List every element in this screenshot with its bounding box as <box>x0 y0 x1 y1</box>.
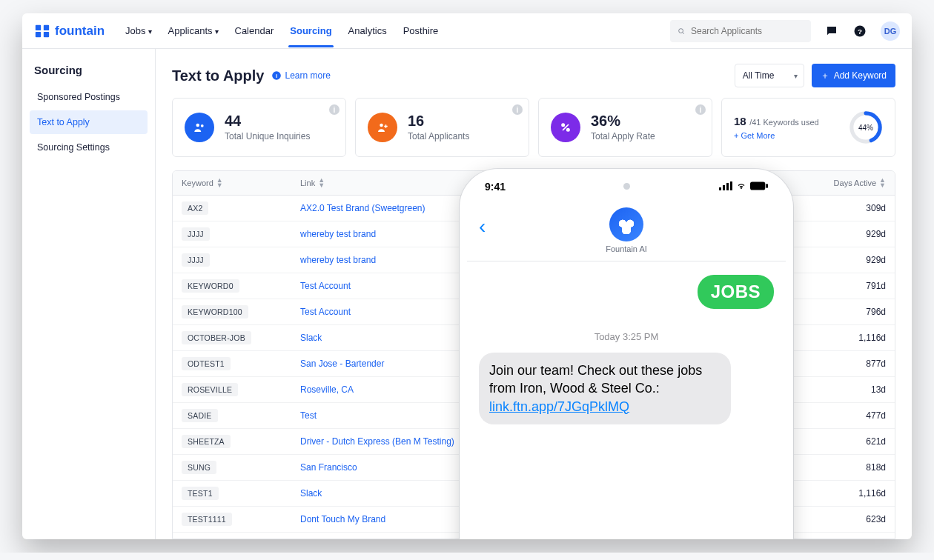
table-row[interactable]: TEST1Slack1,116d <box>173 481 895 507</box>
table-row[interactable]: ODTEST1San Jose - Bartender877d <box>173 351 895 377</box>
link-cell[interactable]: Slack <box>300 488 797 499</box>
user-avatar[interactable]: DG <box>881 21 900 41</box>
sort-icon: ▲▼ <box>216 178 223 188</box>
th-keyword[interactable]: Keyword▲▼ <box>173 171 291 195</box>
sort-icon: ▲▼ <box>318 178 325 188</box>
keyword-chip: OCTOBER-JOB <box>182 331 251 344</box>
keywords-donut: 44% <box>849 110 883 144</box>
sidebar-item-sponsored-postings[interactable]: Sponsored Postings <box>30 85 148 109</box>
search-input[interactable] <box>689 25 804 37</box>
days-cell: 796d <box>797 307 886 317</box>
metric-value: 44 <box>225 113 310 128</box>
table-row[interactable]: JJJJwhereby test brand929d <box>173 247 895 273</box>
days-cell: 1,116d <box>797 333 886 343</box>
keyword-chip: SUNG <box>182 461 216 474</box>
nav-jobs[interactable]: Jobs▾ <box>125 15 151 47</box>
table-row[interactable]: ROSEVILLERoseville, CA13d <box>173 377 895 403</box>
nav-analytics[interactable]: Analytics <box>348 15 387 47</box>
keywords-used-count: 18 <box>734 115 746 127</box>
nav-posthire[interactable]: Posthire <box>403 15 439 47</box>
table-row[interactable]: SADIETest477d <box>173 403 895 429</box>
link-cell[interactable]: Dont Touch My Brand <box>300 514 797 524</box>
metric-value: 16 <box>408 113 469 128</box>
percent-icon <box>551 113 580 142</box>
info-icon: i <box>271 70 282 81</box>
days-cell: 929d <box>797 229 886 239</box>
link-cell[interactable]: San Jose - Bartender <box>300 359 797 369</box>
get-more-keywords-link[interactable]: + Get More <box>734 131 819 140</box>
search-input-wrapper[interactable] <box>670 20 811 42</box>
svg-point-10 <box>196 124 200 127</box>
nav-applicants[interactable]: Applicants▾ <box>168 15 219 47</box>
nav-sourcing[interactable]: Sourcing <box>290 15 331 47</box>
th-link[interactable]: Link▲▼ <box>291 171 806 195</box>
keyword-chip: KEYWORD0 <box>182 279 239 293</box>
svg-point-4 <box>679 28 683 33</box>
metric-value: 36% <box>591 113 655 128</box>
link-cell[interactable]: Roseville, CA <box>300 384 797 395</box>
keywords-total-label: /41 Keywords used <box>749 118 819 127</box>
table-row[interactable]: KEYWORD0Test Account791d <box>173 273 895 299</box>
sort-icon: ▲▼ <box>879 178 886 188</box>
days-cell: 791d <box>797 281 886 291</box>
svg-line-5 <box>683 32 684 33</box>
link-cell[interactable]: Slack <box>300 333 797 343</box>
keyword-chip: JJJJ <box>182 253 210 267</box>
metric-label: Total Applicants <box>408 131 469 141</box>
chat-icon[interactable] <box>824 24 839 39</box>
sidebar-item-sourcing-settings[interactable]: Sourcing Settings <box>30 136 148 159</box>
table-row[interactable]: SUNGSan Francisco818d <box>173 455 895 481</box>
svg-rect-0 <box>36 24 41 30</box>
people-icon <box>185 113 214 142</box>
days-cell: 1,116d <box>797 488 886 499</box>
metric-label: Total Apply Rate <box>591 131 655 141</box>
keyword-chip: AX2 <box>182 201 208 215</box>
table-row[interactable]: KEYWORD100Test Account796d <box>173 299 895 325</box>
table-body: AX2AX2.0 Test Brand (Sweetgreen)309dJJJJ… <box>173 196 895 533</box>
link-cell[interactable]: San Francisco <box>300 462 797 473</box>
table-row[interactable]: TEST1111Dont Touch My Brand623d <box>173 507 895 533</box>
link-cell[interactable]: Test Account <box>300 281 797 291</box>
link-cell[interactable]: whereby test brand <box>300 229 797 239</box>
th-days-active[interactable]: Days Active▲▼ <box>806 171 895 195</box>
days-cell: 877d <box>797 359 886 369</box>
table-header: Keyword▲▼ Link▲▼ Days Active▲▼ <box>173 171 895 196</box>
svg-rect-2 <box>36 31 41 36</box>
info-icon[interactable]: i <box>695 104 706 115</box>
plus-icon: ＋ <box>821 70 829 82</box>
nav-calendar[interactable]: Calendar <box>235 15 274 47</box>
metric-label: Total Unique Inquiries <box>225 131 310 141</box>
help-icon[interactable]: ? <box>852 24 867 39</box>
days-cell: 818d <box>797 462 886 473</box>
table-row[interactable]: AX2AX2.0 Test Brand (Sweetgreen)309d <box>173 196 895 221</box>
primary-nav: Jobs▾ Applicants▾ Calendar Sourcing Anal… <box>125 15 438 47</box>
brand-logo[interactable]: fountain <box>34 23 105 39</box>
svg-rect-3 <box>44 31 49 36</box>
main-content: Text to Apply i Learn more All Time ＋ Ad… <box>156 49 912 539</box>
learn-more-link[interactable]: i Learn more <box>271 70 330 81</box>
days-cell: 477d <box>797 410 886 421</box>
link-cell[interactable]: Driver - Dutch Express (Ben M Testing) <box>300 436 797 447</box>
link-cell[interactable]: AX2.0 Test Brand (Sweetgreen) <box>300 203 797 213</box>
link-cell[interactable]: whereby test brand <box>300 255 797 265</box>
card-keywords-used: 18 /41 Keywords used + Get More 44% <box>721 98 895 157</box>
link-cell[interactable]: Test Account <box>300 307 797 317</box>
sidebar-title: Sourcing <box>34 64 143 76</box>
top-nav: fountain Jobs▾ Applicants▾ Calendar Sour… <box>22 13 912 49</box>
table-row[interactable]: JJJJwhereby test brand929d <box>173 221 895 247</box>
donut-percent: 44% <box>849 110 883 144</box>
keyword-chip: SADIE <box>182 409 218 422</box>
info-icon[interactable]: i <box>329 104 340 115</box>
time-filter-dropdown[interactable]: All Time <box>735 64 804 87</box>
svg-point-11 <box>201 124 204 127</box>
table-row[interactable]: OCTOBER-JOBSlack1,116d <box>173 325 895 351</box>
info-icon[interactable]: i <box>512 104 523 115</box>
add-keyword-button[interactable]: ＋ Add Keyword <box>812 64 895 87</box>
table-row[interactable]: SHEETZADriver - Dutch Express (Ben M Tes… <box>173 429 895 455</box>
app-window: fountain Jobs▾ Applicants▾ Calendar Sour… <box>22 13 912 539</box>
svg-point-12 <box>380 124 383 127</box>
link-cell[interactable]: Test <box>300 410 797 421</box>
sidebar-item-text-to-apply[interactable]: Text to Apply <box>30 110 148 134</box>
svg-rect-1 <box>44 24 49 30</box>
days-cell: 13d <box>797 384 886 395</box>
